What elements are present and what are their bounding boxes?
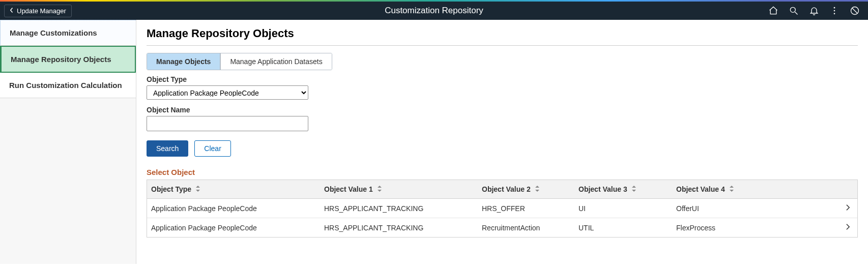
column-label: Object Value 4	[676, 185, 725, 193]
tab-label: Manage Application Datasets	[230, 57, 322, 66]
column-header-object-value-3[interactable]: Object Value 3	[574, 180, 672, 198]
search-button[interactable]: Search	[147, 140, 188, 157]
sidebar-item-label: Run Customization Calculation	[9, 81, 122, 90]
object-type-group: Object Type Application Package PeopleCo…	[147, 75, 858, 100]
title-divider	[147, 45, 858, 46]
chevron-left-icon	[10, 7, 14, 15]
content-area: Manage Repository Objects Manage Objects…	[136, 20, 868, 264]
cell-object-value-3: UTIL	[574, 219, 672, 237]
search-icon[interactable]	[784, 2, 804, 20]
column-header-object-value-2[interactable]: Object Value 2	[478, 180, 574, 198]
header-icon-group	[763, 2, 868, 20]
tab-manage-application-datasets[interactable]: Manage Application Datasets	[220, 53, 331, 70]
object-name-input[interactable]	[147, 116, 308, 131]
cell-object-value-1: HRS_APPLICANT_TRACKING	[320, 219, 478, 237]
table-row[interactable]: Application Package PeopleCode HRS_APPLI…	[147, 199, 857, 218]
svg-point-3	[834, 13, 835, 15]
chevron-right-icon[interactable]	[837, 218, 857, 237]
sidebar-item-manage-customizations[interactable]: Manage Customizations	[0, 20, 136, 46]
column-label: Object Value 1	[324, 185, 373, 193]
column-header-object-value-1[interactable]: Object Value 1	[320, 180, 478, 198]
column-label: Object Type	[151, 185, 191, 193]
grid-header: Object Type Object Value 1 Object Value …	[147, 180, 857, 199]
object-name-label: Object Name	[147, 106, 858, 114]
back-button[interactable]: Update Manager	[4, 5, 72, 17]
results-grid: Object Type Object Value 1 Object Value …	[147, 180, 858, 238]
cell-object-type: Application Package PeopleCode	[147, 199, 320, 218]
sort-icon	[195, 185, 200, 193]
sidebar-item-run-customization-calculation[interactable]: Run Customization Calculation	[0, 73, 136, 98]
sort-icon	[377, 185, 382, 193]
cell-object-value-1: HRS_APPLICANT_TRACKING	[320, 199, 478, 218]
svg-point-1	[834, 7, 835, 9]
cell-object-value-3: UI	[574, 199, 672, 218]
tab-manage-objects[interactable]: Manage Objects	[147, 53, 220, 70]
svg-point-2	[834, 10, 835, 12]
cell-object-type: Application Package PeopleCode	[147, 219, 320, 237]
object-name-group: Object Name	[147, 106, 858, 131]
home-icon[interactable]	[763, 2, 784, 20]
sort-icon	[535, 185, 540, 193]
cell-object-value-2: HRS_OFFER	[478, 199, 574, 218]
cell-object-value-4: FlexProcess	[672, 219, 837, 237]
sidebar: Manage Customizations Manage Repository …	[0, 20, 136, 264]
column-label: Object Value 3	[578, 185, 627, 193]
action-button-row: Search Clear	[147, 140, 858, 157]
sidebar-item-label: Manage Customizations	[10, 28, 97, 37]
cell-object-value-4: OfferUI	[672, 199, 837, 218]
object-type-select[interactable]: Application Package PeopleCode	[147, 85, 308, 100]
clear-button[interactable]: Clear	[194, 140, 230, 157]
object-type-label: Object Type	[147, 75, 858, 83]
back-button-label: Update Manager	[17, 7, 66, 15]
table-row[interactable]: Application Package PeopleCode HRS_APPLI…	[147, 218, 857, 237]
column-header-object-value-4[interactable]: Object Value 4	[672, 180, 837, 198]
select-object-heading: Select Object	[147, 168, 858, 176]
tab-bar: Manage Objects Manage Application Datase…	[147, 53, 332, 70]
sidebar-item-manage-repository-objects[interactable]: Manage Repository Objects	[0, 46, 136, 73]
column-header-action	[837, 180, 857, 198]
sidebar-item-label: Manage Repository Objects	[11, 55, 111, 64]
app-header: Update Manager Customization Repository	[0, 2, 868, 20]
kebab-menu-icon[interactable]	[824, 2, 845, 20]
sort-icon	[631, 185, 636, 193]
chevron-right-icon[interactable]	[837, 199, 857, 218]
page-header-title: Customization Repository	[385, 6, 483, 16]
cell-object-value-2: RecruitmentAction	[478, 219, 574, 237]
column-header-object-type[interactable]: Object Type	[147, 180, 320, 198]
column-label: Object Value 2	[482, 185, 531, 193]
svg-point-0	[790, 7, 795, 12]
sign-out-icon[interactable]	[845, 2, 865, 20]
main-layout: Manage Customizations Manage Repository …	[0, 20, 868, 264]
tab-label: Manage Objects	[156, 57, 211, 66]
page-title: Manage Repository Objects	[147, 27, 858, 40]
sort-icon	[729, 185, 734, 193]
notifications-icon[interactable]	[804, 2, 824, 20]
